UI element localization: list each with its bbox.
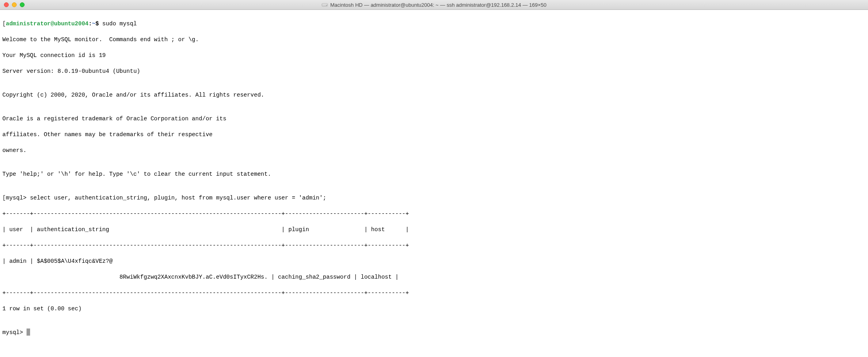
shell-command-text: sudo mysql (102, 21, 137, 27)
mysql-banner-line: Server version: 8.0.19-0ubuntu4 (Ubuntu) (2, 67, 866, 75)
mysql-query-text: select user, authentication_string, plug… (30, 195, 326, 201)
mysql-banner-line: Copyright (c) 2000, 2020, Oracle and/or … (2, 91, 866, 99)
minimize-window-button[interactable] (12, 2, 17, 7)
ps1-user-host: administrator@ubuntu2004 (6, 21, 89, 27)
svg-point-2 (326, 5, 327, 6)
mysql-banner-line: affiliates. Other names may be trademark… (2, 131, 866, 139)
mysql-banner-line: owners. (2, 146, 866, 154)
ps1-colon: : (89, 21, 92, 27)
close-window-button[interactable] (4, 2, 9, 7)
mysql-bracket: [ (2, 195, 6, 201)
traffic-lights (4, 2, 25, 7)
mysql-prompt: mysql> (6, 195, 30, 201)
svg-rect-1 (322, 4, 327, 5)
disk-icon (322, 2, 328, 7)
ps1-bracket: [ (2, 21, 6, 27)
terminal-cursor[interactable] (27, 329, 30, 336)
ps1-path: ~ (92, 21, 95, 27)
mysql-table-row: 8RwiWkfgzwq2XAxcnxKvbBJY.aC.eVd0sITyxCR2… (2, 273, 866, 281)
mysql-prompt-line: mysql> (2, 329, 866, 336)
mysql-banner-line: Welcome to the MySQL monitor. Commands e… (2, 36, 866, 44)
mysql-prompt: mysql> (2, 329, 27, 336)
mysql-table-border: +-------+-------------------------------… (2, 210, 866, 218)
mysql-table-row: | admin | $A$005$A\U4xfiqc&VEz?@ (2, 257, 866, 265)
mysql-table-border: +-------+-------------------------------… (2, 289, 866, 297)
mysql-banner-line: Type 'help;' or '\h' for help. Type '\c'… (2, 170, 866, 178)
terminal-body[interactable]: [administrator@ubuntu2004:~$ sudo mysql … (0, 10, 868, 346)
window-title-text: Macintosh HD — administrator@ubuntu2004:… (330, 2, 546, 8)
shell-prompt-line: [administrator@ubuntu2004:~$ sudo mysql (2, 20, 866, 28)
mysql-result-summary: 1 row in set (0.00 sec) (2, 305, 866, 313)
mysql-table-border: +-------+-------------------------------… (2, 241, 866, 249)
window-titlebar: Macintosh HD — administrator@ubuntu2004:… (0, 0, 868, 10)
maximize-window-button[interactable] (20, 2, 25, 7)
mysql-query-line: [mysql> select user, authentication_stri… (2, 194, 866, 202)
mysql-banner-line: Oracle is a registered trademark of Orac… (2, 115, 866, 123)
mysql-table-header: | user | authentication_string | plugin … (2, 226, 866, 234)
mysql-banner-line: Your MySQL connection id is 19 (2, 51, 866, 59)
window-title: Macintosh HD — administrator@ubuntu2004:… (322, 2, 546, 8)
ps1-dollar: $ (95, 21, 99, 27)
